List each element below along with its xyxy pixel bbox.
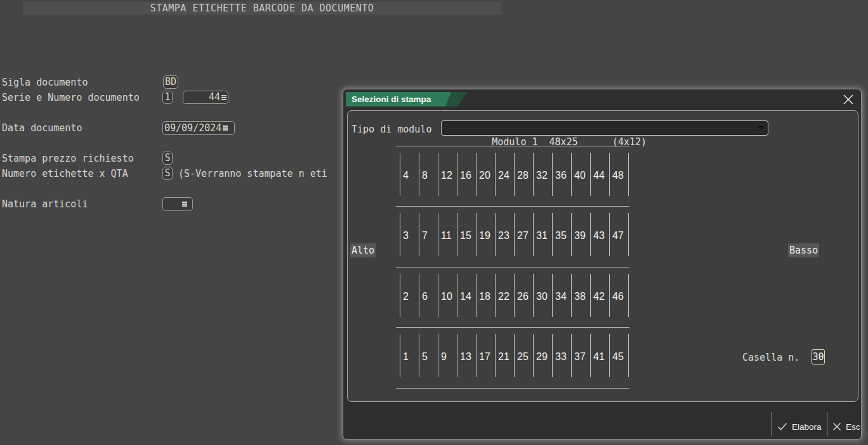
grid-cell-25[interactable]: 25 xyxy=(517,350,529,364)
grid-line xyxy=(590,334,591,377)
serie-value: 1 xyxy=(164,91,170,103)
serie-numero-label: Serie e Numero documento xyxy=(2,91,140,105)
list-icon[interactable] xyxy=(221,95,227,100)
grid-cell-24[interactable]: 24 xyxy=(498,169,510,183)
grid-cell-2[interactable]: 2 xyxy=(403,290,409,304)
grid-cell-8[interactable]: 8 xyxy=(422,169,428,183)
natura-articoli-label: Natura articoli xyxy=(2,197,88,211)
casella-label: Casella n. xyxy=(742,351,799,364)
grid-cell-4[interactable]: 4 xyxy=(403,169,409,183)
stampa-prezzo-field[interactable]: S xyxy=(162,152,173,165)
grid-cell-41[interactable]: 41 xyxy=(593,350,605,364)
casella-input[interactable]: 30 xyxy=(812,349,825,364)
list-icon[interactable] xyxy=(182,202,187,207)
grid-line xyxy=(590,213,591,256)
grid-cell-30[interactable]: 30 xyxy=(536,290,548,304)
grid-cell-28[interactable]: 28 xyxy=(517,169,529,183)
grid-cell-39[interactable]: 39 xyxy=(574,229,586,243)
grid-cell-6[interactable]: 6 xyxy=(422,290,428,304)
dialog-title: Selezioni di stampa xyxy=(346,92,451,106)
grid-line xyxy=(495,153,496,196)
grid-line xyxy=(571,213,572,256)
grid-line xyxy=(419,334,419,377)
grid-cell-16[interactable]: 16 xyxy=(460,169,471,183)
grid-line xyxy=(400,274,400,317)
numero-documento-field[interactable]: 44 xyxy=(183,91,228,104)
grid-line xyxy=(552,274,553,317)
grid-cell-14[interactable]: 14 xyxy=(460,290,471,304)
grid-cell-21[interactable]: 21 xyxy=(498,350,510,364)
app-screen: STAMPA ETICHETTE BARCODE DA DOCUMENTO Si… xyxy=(0,0,868,445)
sigla-documento-field[interactable]: BD xyxy=(163,75,178,89)
button-separator xyxy=(772,412,772,436)
grid-cell-36[interactable]: 36 xyxy=(555,169,567,183)
grid-line xyxy=(457,274,457,317)
grid-cell-13[interactable]: 13 xyxy=(460,350,471,364)
grid-cell-43[interactable]: 43 xyxy=(593,229,605,243)
grid-cell-26[interactable]: 26 xyxy=(517,290,529,304)
grid-cell-18[interactable]: 18 xyxy=(479,290,490,304)
selezioni-di-stampa-dialog: Selezioni di stampa Tipo di modulo Modul… xyxy=(343,89,862,440)
grid-line xyxy=(514,213,515,256)
grid-line xyxy=(419,153,419,196)
grid-cell-45[interactable]: 45 xyxy=(612,350,624,364)
grid-line xyxy=(476,334,477,377)
grid-line xyxy=(533,213,534,256)
grid-cell-35[interactable]: 35 xyxy=(555,229,567,243)
grid-line xyxy=(628,274,629,317)
numero-etichette-field[interactable]: S xyxy=(162,167,173,180)
grid-cell-33[interactable]: 33 xyxy=(555,350,567,364)
grid-cell-42[interactable]: 42 xyxy=(593,290,605,304)
esc-button-label: Esc xyxy=(846,422,860,432)
grid-line xyxy=(419,274,419,317)
grid-cell-12[interactable]: 12 xyxy=(441,169,452,183)
grid-cell-23[interactable]: 23 xyxy=(498,229,510,243)
grid-line xyxy=(514,334,515,377)
grid-cell-40[interactable]: 40 xyxy=(574,169,586,183)
stampa-prezzo-value: S xyxy=(164,152,170,164)
serie-field[interactable]: 1 xyxy=(162,91,173,104)
natura-articoli-field[interactable] xyxy=(162,197,193,211)
grid-cell-3[interactable]: 3 xyxy=(403,229,409,243)
grid-cell-22[interactable]: 22 xyxy=(498,290,510,304)
grid-line xyxy=(514,274,515,317)
window-title: STAMPA ETICHETTE BARCODE DA DOCUMENTO xyxy=(23,2,501,15)
grid-line xyxy=(552,153,553,196)
grid-cell-31[interactable]: 31 xyxy=(536,229,548,243)
calendar-list-icon[interactable] xyxy=(223,126,228,131)
grid-cell-19[interactable]: 19 xyxy=(479,229,490,243)
grid-cell-17[interactable]: 17 xyxy=(479,350,490,364)
grid-cell-5[interactable]: 5 xyxy=(422,350,428,364)
dialog-content-panel: Tipo di modulo Modulo 1 48x25 (4x12) 481… xyxy=(347,110,858,402)
grid-line xyxy=(609,274,610,317)
x-icon xyxy=(832,422,841,431)
elabora-button[interactable]: Elabora xyxy=(777,418,822,435)
grid-cell-7[interactable]: 7 xyxy=(422,229,428,243)
grid-cell-46[interactable]: 46 xyxy=(612,290,624,304)
grid-cell-44[interactable]: 44 xyxy=(593,169,605,183)
grid-cell-37[interactable]: 37 xyxy=(574,350,586,364)
esc-button[interactable]: Esc xyxy=(832,418,860,435)
grid-cell-48[interactable]: 48 xyxy=(612,169,624,183)
grid-line xyxy=(438,213,438,256)
grid-cell-11[interactable]: 11 xyxy=(441,229,452,243)
stampa-prezzo-label: Stampa prezzo richiesto xyxy=(2,152,134,165)
grid-cell-10[interactable]: 10 xyxy=(441,290,452,304)
grid-line xyxy=(457,153,457,196)
grid-cell-20[interactable]: 20 xyxy=(479,169,490,183)
grid-cell-27[interactable]: 27 xyxy=(517,229,529,243)
grid-line xyxy=(495,334,496,377)
grid-cell-34[interactable]: 34 xyxy=(555,290,567,304)
grid-cell-15[interactable]: 15 xyxy=(460,229,471,243)
grid-line xyxy=(495,274,496,317)
grid-cell-32[interactable]: 32 xyxy=(536,169,548,183)
grid-cell-38[interactable]: 38 xyxy=(574,290,586,304)
grid-cell-47[interactable]: 47 xyxy=(612,229,624,243)
data-documento-field[interactable]: 09/09/2024 xyxy=(162,121,235,135)
grid-cell-1[interactable]: 1 xyxy=(403,350,409,364)
dialog-close-button[interactable] xyxy=(840,91,857,108)
grid-cell-9[interactable]: 9 xyxy=(441,350,447,364)
alto-label: Alto xyxy=(350,243,376,257)
grid-cell-29[interactable]: 29 xyxy=(536,350,548,364)
grid-line xyxy=(514,153,515,196)
